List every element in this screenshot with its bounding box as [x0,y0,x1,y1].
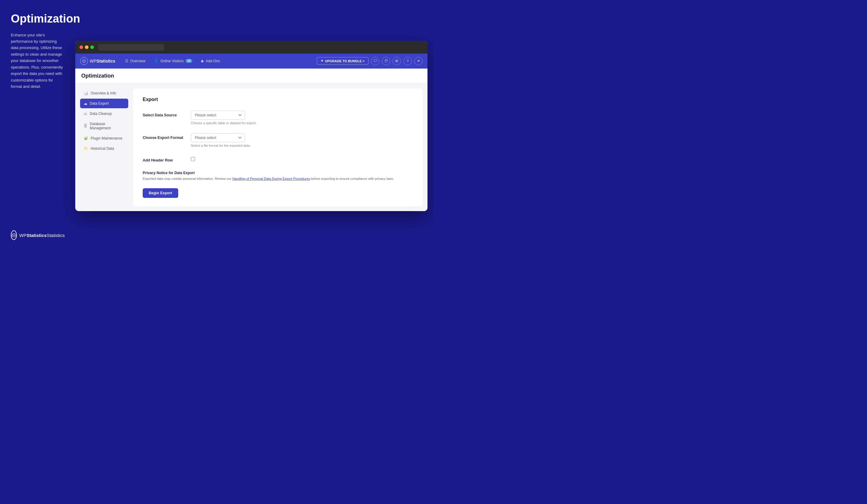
main-panel: Export Select Data Source Please select … [133,88,422,207]
upgrade-icon: ✦ [321,59,323,63]
sidebar-item-historical-data[interactable]: 📁 Historical Data [80,144,128,153]
nav-label-addons: Add-Ons [206,59,220,63]
visitors-badge: 15 [185,59,192,63]
database-mgmt-icon: 🗄 [84,124,87,128]
wp-logo-text: WPStatistics [90,59,115,64]
left-description: Enhance your site's performance by optim… [11,32,63,90]
sidebar-label-historical-data: Historical Data [90,146,114,151]
plugin-maintenance-icon: 🧩 [84,136,88,140]
nav-label-overview: Overview [130,59,146,63]
sidebar-item-data-cleanup[interactable]: 🗂 Data Cleanup [80,109,128,119]
privacy-text: Exported data may contain personal infor… [143,176,413,181]
export-format-select[interactable]: Please select [191,133,245,142]
left-title: Optimization [11,12,63,26]
header-row-field [191,156,413,162]
export-format-row: Choose Export Format Please select Selec… [143,133,413,147]
data-source-select[interactable]: Please select [191,111,245,120]
sidebar: 📊 Overview & Info ☁ Data Export 🗂 Data C… [80,88,128,207]
help-icon-btn[interactable]: ? [403,57,412,65]
data-source-hint: Choose a specific table or dataset for e… [191,121,413,125]
overview-icon: ☰ [125,59,129,63]
sidebar-item-database-mgmt[interactable]: 🗄 Database Management [80,119,128,133]
page-title: Optimization [81,73,421,79]
close-button[interactable] [79,45,83,49]
left-panel: Optimization Enhance your site's perform… [0,0,69,252]
privacy-title: Privacy Notice for Data Export [143,171,413,175]
close-icon-btn[interactable]: ✕ [414,57,422,65]
data-cleanup-icon: 🗂 [84,112,87,116]
nav-item-overview[interactable]: ☰ Overview [121,57,149,65]
browser-chrome [75,41,427,54]
main-layout: 📊 Overview & Info ☁ Data Export 🗂 Data C… [75,84,427,211]
privacy-text-after: before exporting to ensure compliance wi… [310,177,394,180]
sidebar-label-data-cleanup: Data Cleanup [90,112,112,116]
data-source-field: Please select Choose a specific table or… [191,111,413,125]
privacy-text-before: Exported data may contain personal infor… [143,177,233,180]
privacy-link[interactable]: Handling of Personal Data During Export … [233,177,310,180]
privacy-notice: Privacy Notice for Data Export Exported … [143,171,413,181]
sidebar-item-overview-info[interactable]: 📊 Overview & Info [80,88,128,98]
browser-window: WPStatistics ☰ Overview 👤 Online Visitor… [75,41,427,211]
page-content: Optimization 📊 Overview & Info ☁ Data Ex… [75,68,427,211]
header-row-checkbox[interactable] [191,157,195,161]
shield-icon-btn[interactable]: 🛡 [371,57,379,65]
header-row-label: Add Header Row [143,156,191,162]
wp-admin-bar: WPStatistics ☰ Overview 👤 Online Visitor… [75,54,427,68]
visitors-icon: 👤 [154,59,159,63]
nav-items: ☰ Overview 👤 Online Visitors 15 ◆ Add-On… [121,57,317,65]
nav-item-addons[interactable]: ◆ Add-Ons [197,57,223,65]
sidebar-item-plugin-maintenance[interactable]: 🧩 Plugin Maintenance [80,133,128,143]
sidebar-item-data-export[interactable]: ☁ Data Export [80,99,128,108]
export-button[interactable]: Begin Export [143,188,178,198]
wp-logo-icon [80,57,88,65]
sidebar-label-overview-info: Overview & Info [90,91,116,95]
settings-icon-btn[interactable]: ⚙ [393,57,401,65]
nav-right: ✦ UPGRADE TO BUNDLE > 🛡 ⏱ ⚙ ? ✕ [317,57,422,65]
nav-item-online-visitors[interactable]: 👤 Online Visitors 15 [150,57,196,65]
addons-icon: ◆ [201,59,204,63]
sidebar-label-data-export: Data Export [90,101,109,106]
export-section-title: Export [143,97,413,102]
data-source-label: Select Data Source [143,111,191,117]
wp-logo[interactable]: WPStatistics [80,57,115,65]
data-source-row: Select Data Source Please select Choose … [143,111,413,125]
svg-point-0 [83,59,86,63]
page-header: Optimization [75,68,427,84]
left-logo-text: WPStatisticsStatistics [19,233,65,238]
historical-data-icon: 📁 [84,146,88,151]
left-logo-icon [11,230,17,240]
traffic-lights [79,45,94,49]
left-logo: WPStatisticsStatistics [11,230,63,240]
upgrade-label: UPGRADE TO BUNDLE > [325,59,365,63]
maximize-button[interactable] [90,45,94,49]
header-row-row: Add Header Row [143,156,413,162]
nav-label-online-visitors: Online Visitors [160,59,184,63]
export-format-field: Please select Select a file format for t… [191,133,413,147]
export-format-hint: Select a file format for the exported da… [191,144,413,147]
export-format-label: Choose Export Format [143,133,191,140]
data-export-icon: ☁ [84,101,87,106]
sidebar-label-database-mgmt: Database Management [90,122,125,130]
timer-icon-btn[interactable]: ⏱ [382,57,390,65]
minimize-button[interactable] [85,45,88,49]
upgrade-button[interactable]: ✦ UPGRADE TO BUNDLE > [317,57,368,65]
sidebar-label-plugin-maintenance: Plugin Maintenance [90,136,122,140]
address-bar[interactable] [98,44,164,51]
overview-info-icon: 📊 [84,91,88,95]
